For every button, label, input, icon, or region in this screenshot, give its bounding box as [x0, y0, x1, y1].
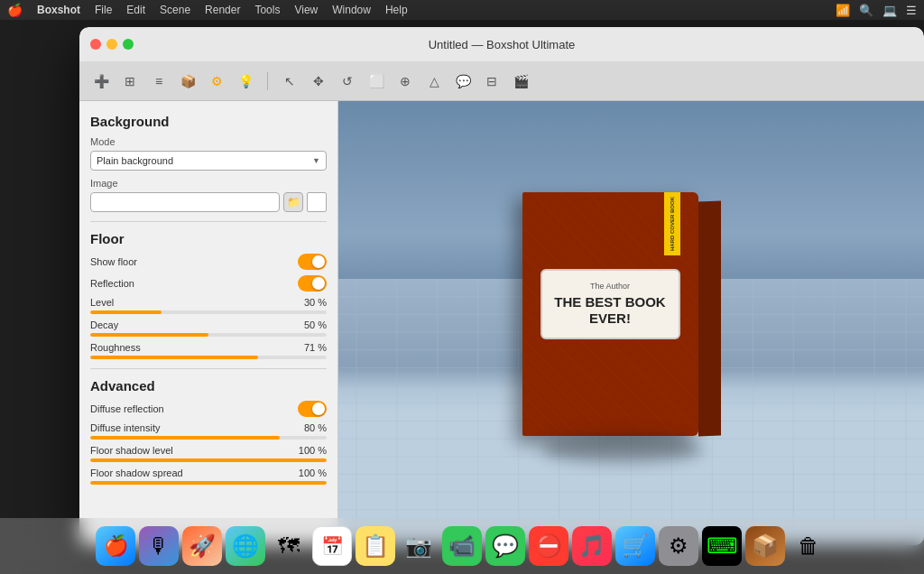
grid-button[interactable]: ⊞ [117, 69, 143, 94]
subtract-button[interactable]: ⊟ [479, 69, 504, 94]
image-row: 📁 [90, 192, 327, 212]
decay-slider-container [90, 333, 327, 337]
diffuse-reflection-row: Diffuse reflection [90, 401, 327, 417]
dock-systemprefs[interactable]: ⚙ [659, 526, 698, 566]
floor-shadow-spread-slider-fill [90, 481, 327, 485]
level-row: Level 30 % [90, 297, 327, 308]
dropdown-arrow: ▼ [312, 156, 320, 165]
dock-photos[interactable]: 📷 [399, 526, 439, 566]
floor-shadow-spread-slider-track[interactable] [90, 481, 327, 485]
app-window: Untitled — Boxshot Ultimate ➕ ⊞ ≡ 📦 ⚙ 💡 … [79, 27, 924, 545]
roughness-label: Roughness [90, 342, 141, 353]
camera-button[interactable]: 🎬 [508, 69, 533, 94]
dock-music[interactable]: 🎵 [572, 526, 612, 566]
add-button[interactable]: ➕ [88, 69, 114, 94]
decay-label: Decay [90, 319, 118, 330]
roughness-slider-container [90, 356, 327, 359]
dock-boxshot[interactable]: 📦 [745, 526, 785, 566]
level-slider-track[interactable] [90, 310, 327, 314]
screen-icon[interactable]: 💻 [882, 4, 897, 17]
book-ribbon-text: HARD COVER BOOK [664, 192, 680, 255]
floor-shadow-level-row: Floor shadow level 100 % [90, 445, 327, 456]
dock-terminal[interactable]: ⌨ [702, 526, 742, 566]
mode-value: Plain background [97, 155, 173, 166]
diffuse-intensity-row: Diffuse intensity 80 % [90, 422, 327, 433]
advanced-header: Advanced [90, 378, 327, 393]
light-button[interactable]: 💡 [233, 69, 258, 94]
left-panel: Background Mode Plain background ▼ Image… [79, 101, 338, 545]
floor-shadow-level-value: 100 % [299, 445, 327, 456]
help-menu[interactable]: Help [385, 4, 408, 16]
dock-finder[interactable]: 🍎 [96, 526, 135, 566]
dock-launchpad[interactable]: 🚀 [182, 526, 222, 566]
decay-row: Decay 50 % [90, 319, 327, 330]
color-swatch[interactable] [307, 192, 327, 212]
dock-notes[interactable]: 📋 [356, 526, 395, 566]
dock-trash[interactable]: 🗑 [789, 526, 828, 566]
close-button[interactable] [90, 39, 101, 50]
browse-button[interactable]: 📁 [283, 192, 303, 212]
wifi-icon[interactable]: 📶 [836, 4, 850, 17]
book-label: The Author THE BEST BOOK EVER! [541, 269, 680, 339]
decay-slider-fill [90, 333, 208, 337]
settings-button[interactable]: ⚙ [204, 69, 229, 94]
decay-slider-track[interactable] [90, 333, 327, 337]
toolbar: ➕ ⊞ ≡ 📦 ⚙ 💡 ↖ ✥ ↺ ⬜ ⊕ △ 💬 ⊟ 🎬 [79, 61, 924, 101]
triangle-button[interactable]: △ [421, 69, 447, 94]
list-button[interactable]: ≡ [146, 69, 171, 94]
file-menu[interactable]: File [95, 4, 112, 16]
book-title: THE BEST BOOK EVER! [551, 294, 670, 327]
book-shadow [541, 436, 703, 463]
mode-dropdown-row: Plain background ▼ [90, 151, 327, 171]
scene-menu[interactable]: Scene [160, 4, 190, 16]
floor-shadow-level-slider-container [90, 458, 327, 462]
mode-dropdown[interactable]: Plain background ▼ [90, 151, 327, 171]
diffuse-intensity-slider-track[interactable] [90, 436, 327, 440]
dock-calendar[interactable]: 📅 [312, 526, 352, 566]
dock-maps[interactable]: 🗺 [269, 526, 309, 566]
dock-messages[interactable]: 💬 [485, 526, 525, 566]
maximize-button[interactable] [123, 39, 134, 50]
image-input[interactable] [90, 192, 280, 212]
app-name-menu[interactable]: Boxshot [37, 4, 80, 16]
dock-facetime[interactable]: 📹 [442, 526, 482, 566]
select-button[interactable]: ↖ [277, 69, 302, 94]
level-value: 30 % [304, 297, 327, 308]
diffuse-reflection-toggle[interactable] [298, 401, 327, 417]
divider-1 [90, 221, 327, 222]
level-slider-fill [90, 310, 162, 314]
dock-siri[interactable]: 🎙 [139, 526, 179, 566]
level-slider-container [90, 310, 327, 314]
move-button[interactable]: ✥ [306, 69, 331, 94]
menu-icon[interactable]: ☰ [906, 4, 917, 17]
dock-appstore[interactable]: 🛒 [615, 526, 655, 566]
box-button[interactable]: 📦 [175, 69, 200, 94]
scale-button[interactable]: ⬜ [364, 69, 389, 94]
edit-menu[interactable]: Edit [126, 4, 145, 16]
show-floor-toggle[interactable] [298, 254, 327, 270]
rotate-button[interactable]: ↺ [335, 69, 360, 94]
window-menu[interactable]: Window [332, 4, 371, 16]
dock-donotdisturb[interactable]: ⛔ [529, 526, 568, 566]
minimize-button[interactable] [106, 39, 117, 50]
reflection-label: Reflection [90, 278, 134, 289]
book-author: The Author [551, 282, 670, 291]
window-title: Untitled — Boxshot Ultimate [429, 38, 576, 51]
floor-shadow-level-slider-track[interactable] [90, 458, 327, 462]
render-menu[interactable]: Render [205, 4, 240, 16]
chat-button[interactable]: 💬 [450, 69, 476, 94]
pivot-button[interactable]: ⊕ [393, 69, 418, 94]
viewport[interactable]: HARD COVER BOOK The Author THE BEST BOOK… [338, 101, 924, 545]
search-icon[interactable]: 🔍 [859, 4, 873, 17]
apple-menu[interactable]: 🍎 [7, 3, 23, 17]
book-3d: HARD COVER BOOK The Author THE BEST BOOK… [522, 192, 721, 454]
tools-menu[interactable]: Tools [254, 4, 280, 16]
book-spine [698, 201, 721, 437]
title-bar: Untitled — Boxshot Ultimate [79, 27, 924, 61]
floor-shadow-spread-slider-container [90, 481, 327, 485]
reflection-toggle[interactable] [298, 275, 327, 292]
book-object[interactable]: HARD COVER BOOK The Author THE BEST BOOK… [522, 192, 721, 454]
view-menu[interactable]: View [294, 4, 318, 16]
roughness-slider-track[interactable] [90, 356, 327, 359]
dock-safari[interactable]: 🌐 [226, 526, 265, 566]
